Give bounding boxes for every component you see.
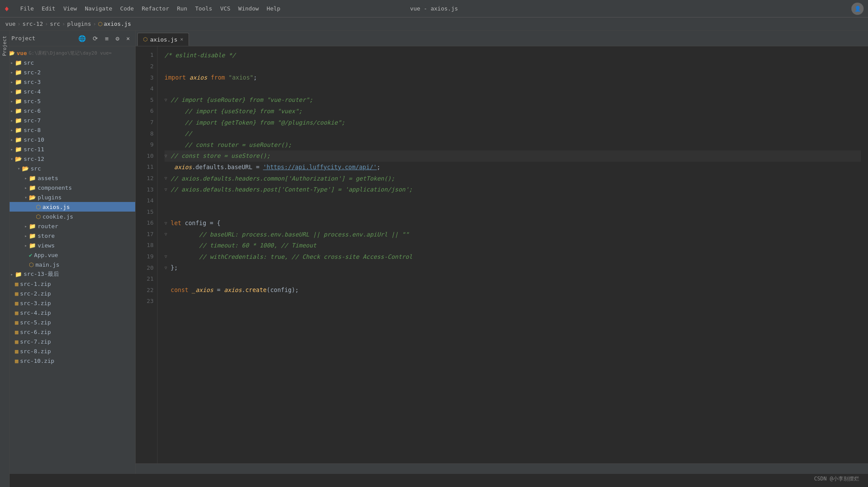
user-avatar[interactable]: 👤 <box>851 3 864 15</box>
tree-arrow-src11[interactable]: ▸ <box>9 147 15 152</box>
code-line-7: // import {getToken} from "@/plugins/coo… <box>164 117 861 129</box>
tree-arrow-src10[interactable]: ▸ <box>9 137 15 142</box>
code-content[interactable]: /* eslint-disable */ import axios from "… <box>158 46 868 463</box>
tree-item-vue-root[interactable]: ▾ 📂 vue G:\课程\Django\笔记\day20 vue= <box>0 48 135 58</box>
tree-arrow-src6[interactable]: ▸ <box>9 108 15 113</box>
breadcrumb-item-src[interactable]: src <box>50 21 60 27</box>
tree-arrow-assets[interactable]: ▸ <box>23 176 29 181</box>
fold-arrow-17[interactable]: ▽ <box>164 231 171 238</box>
tree-item-src10-zip[interactable]: ▦ src-10.zip <box>0 356 135 365</box>
sidebar-close-icon[interactable]: × <box>125 34 132 43</box>
tree-item-src5[interactable]: ▸ 📁 src-5 <box>0 96 135 106</box>
tree-arrow-src4[interactable]: ▸ <box>9 89 15 94</box>
breadcrumb: vue › src-12 › src › plugins › ⬡axios.js <box>0 17 868 31</box>
tree-arrow-src2[interactable]: ▸ <box>9 70 15 75</box>
menu-edit[interactable]: Edit <box>38 3 59 14</box>
tree-arrow-router[interactable]: ▸ <box>23 224 29 229</box>
breadcrumb-item-file[interactable]: ⬡axios.js <box>98 21 131 27</box>
tree-arrow-src7[interactable]: ▸ <box>9 118 15 123</box>
breadcrumb-item-vue[interactable]: vue <box>5 21 15 27</box>
tree-item-src12-src[interactable]: ▾ 📂 src <box>0 163 135 173</box>
tree-label-src13: src-13-最后 <box>24 270 59 278</box>
menu-file[interactable]: File <box>17 3 37 14</box>
tree-item-src8[interactable]: ▸ 📁 src-8 <box>0 125 135 135</box>
tree-item-src1-zip[interactable]: ▦ src-1.zip <box>0 279 135 289</box>
tree-arrow-src5[interactable]: ▸ <box>9 99 15 104</box>
tree-item-src4-zip[interactable]: ▦ src-4.zip <box>0 308 135 317</box>
tree-item-src3-zip[interactable]: ▦ src-3.zip <box>0 298 135 308</box>
code-text-10: // const store = useStore(); <box>171 151 270 161</box>
fold-arrow-12[interactable]: ▽ <box>164 175 171 182</box>
vtab-project[interactable]: Project <box>0 31 9 61</box>
tree-arrow-src12[interactable]: ▾ <box>9 157 15 161</box>
sidebar-collapse-icon[interactable]: ≡ <box>103 34 110 43</box>
sidebar-globe-icon[interactable]: 🌐 <box>77 34 88 43</box>
vertical-panel: Project <box>0 31 10 487</box>
tree-item-src7-zip[interactable]: ▦ src-7.zip <box>0 337 135 346</box>
menu-window[interactable]: Window <box>235 3 262 14</box>
tree-item-router[interactable]: ▸ 📁 router <box>0 221 135 231</box>
sidebar-sync-icon[interactable]: ⟳ <box>91 34 100 43</box>
code-text-5: // import {useRouter} from "vue-router"; <box>171 95 313 105</box>
tree-item-components[interactable]: ▸ 📁 components <box>0 183 135 192</box>
tree-item-plugins[interactable]: ▾ 📂 plugins <box>0 192 135 202</box>
menu-code[interactable]: Code <box>117 3 137 14</box>
tree-arrow-src13[interactable]: ▸ <box>9 272 15 277</box>
tree-item-axios-js[interactable]: ⬡ axios.js <box>0 202 135 212</box>
tree-item-src10[interactable]: ▸ 📁 src-10 <box>0 135 135 144</box>
menu-view[interactable]: View <box>60 3 80 14</box>
fold-arrow-19[interactable]: ▽ <box>164 253 171 260</box>
tree-arrow-plugins[interactable]: ▾ <box>23 195 29 200</box>
menu-vcs[interactable]: VCS <box>217 3 234 14</box>
tab-axios-js[interactable]: ⬡ axios.js × <box>137 33 189 46</box>
tree-item-views[interactable]: ▸ 📁 views <box>0 240 135 250</box>
menu-tools[interactable]: Tools <box>192 3 216 14</box>
tree-item-cookie-js[interactable]: ⬡ cookie.js <box>0 212 135 221</box>
tree-item-src13[interactable]: ▸ 📁 src-13-最后 <box>0 269 135 279</box>
tree-item-src11[interactable]: ▸ 📁 src-11 <box>0 144 135 154</box>
menu-refactor[interactable]: Refactor <box>138 3 173 14</box>
tree-item-src4[interactable]: ▸ 📁 src-4 <box>0 87 135 96</box>
sidebar-settings-icon[interactable]: ⚙ <box>114 34 121 43</box>
breadcrumb-item-src12[interactable]: src-12 <box>22 21 43 27</box>
fold-arrow-10[interactable]: ▽ <box>164 153 171 160</box>
tree-item-src5-zip[interactable]: ▦ src-5.zip <box>0 317 135 327</box>
tree-item-app-vue[interactable]: ✔ App.vue <box>0 250 135 260</box>
tree-item-src3[interactable]: ▸ 📁 src-3 <box>0 77 135 87</box>
tree-label-src6: src-6 <box>24 108 41 114</box>
menu-run[interactable]: Run <box>174 3 191 14</box>
file-tree[interactable]: ▾ 📂 vue G:\课程\Django\笔记\day20 vue= ▸ 📁 s… <box>0 46 135 474</box>
tree-item-src6[interactable]: ▸ 📁 src-6 <box>0 106 135 115</box>
tree-item-store[interactable]: ▸ 📁 store <box>0 231 135 240</box>
tree-item-src12[interactable]: ▾ 📂 src-12 <box>0 154 135 163</box>
tree-arrow-components[interactable]: ▸ <box>23 185 29 190</box>
tree-item-src6-zip[interactable]: ▦ src-6.zip <box>0 327 135 337</box>
fold-arrow-5[interactable]: ▽ <box>164 97 171 104</box>
tree-arrow-src12-src[interactable]: ▾ <box>16 166 22 171</box>
menu-navigate[interactable]: Navigate <box>81 3 116 14</box>
code-text-20: }; <box>171 263 178 273</box>
tree-arrow-src3[interactable]: ▸ <box>9 80 15 84</box>
tree-item-main-js[interactable]: ⬡ main.js <box>0 260 135 269</box>
tree-item-src2-zip[interactable]: ▦ src-2.zip <box>0 289 135 298</box>
tree-item-src[interactable]: ▸ 📁 src <box>0 58 135 67</box>
tree-arrow-store[interactable]: ▸ <box>23 233 29 238</box>
tree-item-src7[interactable]: ▸ 📁 src-7 <box>0 115 135 125</box>
tree-arrow-views[interactable]: ▸ <box>23 243 29 248</box>
tree-arrow-src[interactable]: ▸ <box>9 60 15 65</box>
tree-item-src2[interactable]: ▸ 📁 src-2 <box>0 67 135 77</box>
tree-label-src7: src-7 <box>24 117 41 124</box>
fold-arrow-16[interactable]: ▽ <box>164 220 171 227</box>
breadcrumb-item-plugins[interactable]: plugins <box>67 21 91 27</box>
menu-help[interactable]: Help <box>263 3 284 14</box>
tab-close-axios[interactable]: × <box>180 36 183 42</box>
tree-item-assets[interactable]: ▸ 📁 assets <box>0 173 135 183</box>
tree-arrow-src8[interactable]: ▸ <box>9 128 15 132</box>
code-line-21 <box>164 274 861 285</box>
window-title: vue - axios.js <box>410 5 458 12</box>
tree-item-src8-zip[interactable]: ▦ src-8.zip <box>0 346 135 356</box>
fold-arrow-13[interactable]: ▽ <box>164 186 171 193</box>
folder-icon-src5: 📁 <box>15 98 22 104</box>
code-line-5: ▽ // import {useRouter} from "vue-router… <box>164 94 861 106</box>
fold-arrow-20[interactable]: ▽ <box>164 264 171 271</box>
